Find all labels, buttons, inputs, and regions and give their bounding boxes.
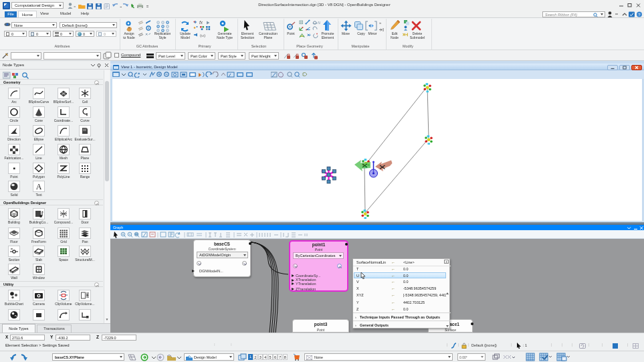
svg-text:N: N — [318, 21, 320, 25]
svg-text:fx: fx — [199, 20, 203, 25]
svg-text:A: A — [36, 182, 42, 191]
svg-text:(ω): (ω) — [200, 33, 205, 37]
